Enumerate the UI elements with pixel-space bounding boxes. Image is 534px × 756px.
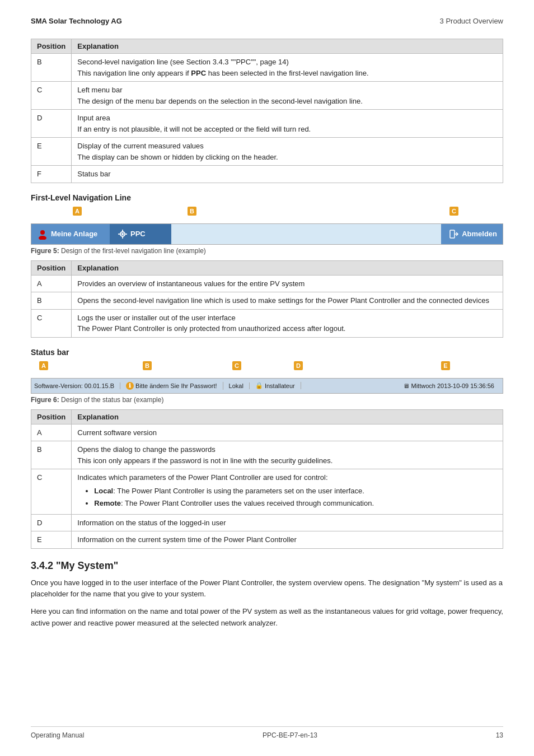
pos-d3: D — [31, 514, 72, 531]
figure5-label: Figure 5: — [31, 247, 59, 255]
slabel-c-badge: C — [232, 361, 241, 370]
col-explanation-2: Explanation — [72, 260, 503, 275]
slabel-b-badge: B — [143, 361, 152, 370]
exp-b3: Opens the dialog to change the passwords… — [72, 441, 503, 469]
exp-b2: Opens the second-level navigation line w… — [72, 292, 503, 310]
position-e: E — [31, 138, 72, 166]
figure5-caption: Figure 5: Design of the first-level navi… — [31, 247, 503, 255]
nav-right-label: Abmelden — [462, 230, 497, 238]
pos-b2: B — [31, 292, 72, 310]
first-level-nav-heading: First-Level Navigation Line — [31, 193, 503, 202]
col-position-3: Position — [31, 409, 72, 424]
pos-e3: E — [31, 531, 72, 549]
nav-bar-diagram: Meine Anlage PPC Abmelden — [31, 223, 503, 245]
nav-middle-label: PPC — [130, 230, 146, 238]
col-position-1: Position — [31, 39, 72, 54]
nav-spacer — [171, 224, 441, 244]
label-b-badge: B — [188, 207, 196, 216]
footer-left: Operating Manual — [31, 731, 84, 739]
sb-user: 🔒 Installateur — [250, 382, 301, 389]
exp-a2: Provides an overview of instantaneous va… — [72, 275, 503, 292]
table-row: C Left menu bar The design of the menu b… — [31, 82, 503, 110]
table-row: C Logs the user or installer out of the … — [31, 309, 503, 337]
third-position-table: Position Explanation A Current software … — [31, 409, 503, 549]
sb-password: ℹ Bitte ändern Sie Ihr Passwort! — [120, 382, 223, 390]
table-row: B Second-level navigation line (see Sect… — [31, 54, 503, 82]
nav-ppc-btn[interactable]: PPC — [110, 224, 171, 244]
table-row: D Information on the status of the logge… — [31, 514, 503, 531]
table-row: D Input area If an entry is not plausibl… — [31, 110, 503, 138]
status-label-row: A B C D E — [31, 361, 503, 374]
status-label-b: B — [143, 361, 152, 370]
slabel-e-badge: E — [441, 361, 450, 370]
section-342-number: 3.4.2 — [31, 560, 53, 571]
col-position-2: Position — [31, 260, 72, 275]
table-row: B Opens the dialog to change the passwor… — [31, 441, 503, 469]
lock-icon: 🔒 — [255, 382, 263, 389]
position-c: C — [31, 82, 72, 110]
exp-c3: Indicates which parameters of the Power … — [72, 469, 503, 515]
sb-password-text: Bitte ändern Sie Ihr Passwort! — [135, 382, 217, 389]
nav-abmelden-btn[interactable]: Abmelden — [441, 224, 503, 244]
status-bar-diagram: Software-Version: 00.01.15.B ℹ Bitte änd… — [31, 378, 503, 394]
status-label-a: A — [39, 361, 48, 370]
sb-local: Lokal — [223, 382, 250, 389]
nav-label-row: A B C — [31, 207, 503, 219]
nav-label-b: B — [188, 207, 196, 216]
table-row: A Current software version — [31, 424, 503, 441]
pos-c3: C — [31, 469, 72, 515]
monitor-icon: 🖥 — [403, 382, 409, 389]
nav-meine-anlage-btn[interactable]: Meine Anlage — [31, 224, 110, 244]
table-row: B Opens the second-level navigation line… — [31, 292, 503, 310]
explanation-f: Status bar — [72, 166, 503, 183]
position-d: D — [31, 110, 72, 138]
page-header: SMA Solar Technology AG 3 Product Overvi… — [31, 17, 503, 29]
logout-icon — [449, 229, 459, 239]
pos-b3: B — [31, 441, 72, 469]
footer-center: PPC-BE-P7-en-13 — [263, 731, 317, 739]
list-item: Local: The Power Plant Controller is usi… — [94, 486, 497, 497]
sb-user-text: Installateur — [265, 382, 295, 389]
svg-rect-8 — [450, 230, 455, 238]
first-position-table: Position Explanation B Second-level navi… — [31, 39, 503, 183]
svg-point-3 — [121, 233, 124, 235]
sb-time-value: 15:36:56 — [470, 382, 494, 389]
sb-day: Mittwoch — [411, 382, 435, 389]
nav-left-label: Meine Anlage — [51, 230, 97, 238]
page: SMA Solar Technology AG 3 Product Overvi… — [0, 0, 534, 756]
explanation-d: Input area If an entry is not plausible,… — [72, 110, 503, 138]
status-bar-heading: Status bar — [31, 348, 503, 357]
nav-label-c: C — [449, 207, 458, 216]
table-row: F Status bar — [31, 166, 503, 183]
svg-rect-6 — [118, 234, 120, 235]
col-explanation-1: Explanation — [72, 39, 503, 54]
label-c-badge: C — [449, 207, 458, 216]
svg-rect-4 — [122, 230, 123, 231]
section-reference: 3 Product Overview — [440, 17, 503, 25]
label-a-badge: A — [73, 207, 82, 216]
figure6-label: Figure 6: — [31, 396, 59, 404]
explanation-b: Second-level navigation line (see Sectio… — [72, 54, 503, 82]
svg-rect-7 — [125, 234, 127, 235]
slabel-d-badge: D — [294, 361, 303, 370]
explanation-e: Display of the current measured values T… — [72, 138, 503, 166]
status-label-c: C — [232, 361, 241, 370]
table-row: E Display of the current measured values… — [31, 138, 503, 166]
sb-version: Software-Version: 00.01.15.B — [34, 382, 120, 389]
person-icon — [37, 228, 48, 240]
nav-label-a: A — [73, 207, 82, 216]
page-footer: Operating Manual PPC-BE-P7-en-13 13 — [31, 726, 503, 739]
section-342-para2: Here you can find information on the nam… — [31, 606, 503, 629]
second-position-table: Position Explanation A Provides an overv… — [31, 260, 503, 338]
table-row: E Information on the current system time… — [31, 531, 503, 549]
figure6-caption: Figure 6: Design of the status bar (exam… — [31, 396, 503, 404]
status-label-d: D — [294, 361, 303, 370]
status-label-e: E — [441, 361, 450, 370]
sb-date: 🖥 Mittwoch 2013-10-09 15:36:56 — [397, 382, 500, 389]
list-item: Remote: The Power Plant Controller uses … — [94, 498, 497, 509]
info-icon: ℹ — [126, 382, 134, 390]
slabel-a-badge: A — [39, 361, 48, 370]
company-name: SMA Solar Technology AG — [31, 17, 122, 25]
figure5-text: Design of the first-level navigation lin… — [61, 247, 206, 255]
footer-right: 13 — [496, 731, 503, 739]
